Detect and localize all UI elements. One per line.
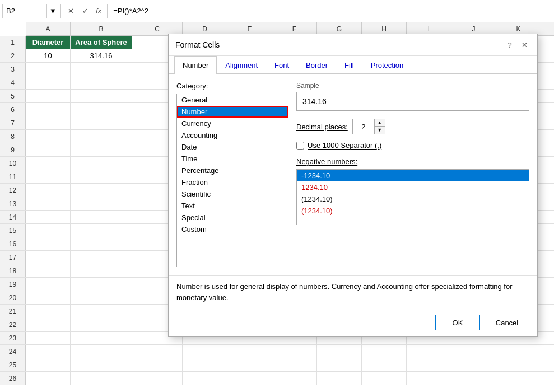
row-number: 11 <box>0 170 26 183</box>
category-item-text[interactable]: Text <box>177 200 288 212</box>
dialog-tabs: Number Alignment Font Border Fill Protec… <box>169 56 537 74</box>
cell-a1[interactable]: Diameter <box>26 36 71 49</box>
cell-a2[interactable]: 10 <box>26 49 71 62</box>
negative-item-3[interactable]: (1234.10) <box>297 193 529 205</box>
category-label: Category: <box>176 82 288 90</box>
description-area: Number is used for general display of nu… <box>169 275 537 309</box>
row-number: 20 <box>0 291 26 304</box>
category-item-date[interactable]: Date <box>177 141 288 153</box>
category-item-number[interactable]: Number <box>177 106 288 118</box>
confirm-formula-icon[interactable]: ✓ <box>79 5 91 17</box>
row-number: 18 <box>0 264 26 277</box>
fx-label: fx <box>96 7 101 15</box>
tab-protection[interactable]: Protection <box>362 56 412 74</box>
row-number: 10 <box>0 157 26 170</box>
decimal-increment[interactable]: ▲ <box>375 119 385 127</box>
fx-button[interactable]: fx <box>94 7 104 15</box>
negative-item-4[interactable]: (1234.10) <box>297 205 529 217</box>
cell-b1[interactable]: Area of Sphere <box>71 36 132 49</box>
decimal-label: Decimal places: <box>296 123 348 131</box>
category-item-currency[interactable]: Currency <box>177 118 288 129</box>
checkbox-row: Use 1000 Separator (,) <box>296 141 529 150</box>
options-panel: Sample 314.16 Decimal places: ▲ ▼ <box>296 82 529 267</box>
category-list[interactable]: General Number Currency Accounting Date … <box>176 94 288 267</box>
decimal-spinners: ▲ ▼ <box>374 119 385 134</box>
row-number: 5 <box>0 90 26 102</box>
row-number: 15 <box>0 224 26 237</box>
spreadsheet: B2 ▼ ✕ ✓ fx A B C D E F G H I J K L <box>0 0 554 392</box>
category-item-scientific[interactable]: Scientific <box>177 188 288 200</box>
negative-numbers-section: Negative numbers: -1234.10 1234.10 (1234… <box>296 157 529 225</box>
negative-numbers-label: Negative numbers: <box>296 157 529 166</box>
tab-font[interactable]: Font <box>266 56 297 74</box>
negative-item-1[interactable]: -1234.10 <box>297 170 529 181</box>
sample-section: Sample 314.16 <box>296 82 529 111</box>
cell-b3[interactable] <box>71 63 132 76</box>
row-number: 14 <box>0 211 26 223</box>
category-item-accounting[interactable]: Accounting <box>177 129 288 141</box>
category-item-special[interactable]: Special <box>177 212 288 223</box>
cancel-formula-icon[interactable]: ✕ <box>64 5 77 17</box>
table-row: 25 <box>0 358 554 372</box>
tab-fill[interactable]: Fill <box>336 56 362 74</box>
thousand-separator-label: Use 1000 Separator (,) <box>308 141 381 150</box>
category-item-percentage[interactable]: Percentage <box>177 165 288 176</box>
row-number: 23 <box>0 332 26 344</box>
category-panel: Category: General Number Currency Accoun… <box>176 82 288 267</box>
row-number: 6 <box>0 103 26 116</box>
negative-numbers-list[interactable]: -1234.10 1234.10 (1234.10) (1234.10) <box>296 169 529 225</box>
cell-name-box[interactable]: B2 <box>2 4 47 18</box>
category-item-general[interactable]: General <box>177 94 288 106</box>
dialog-titlebar: Format Cells ? ✕ <box>169 34 537 56</box>
category-item-fraction[interactable]: Fraction <box>177 176 288 188</box>
row-number: 7 <box>0 116 26 129</box>
row-number: 9 <box>0 143 26 156</box>
ok-button[interactable]: OK <box>435 315 480 330</box>
tab-number[interactable]: Number <box>174 56 217 74</box>
row-number: 16 <box>0 237 26 250</box>
close-button[interactable]: ✕ <box>518 39 530 51</box>
row-number: 13 <box>0 197 26 210</box>
cell-b2[interactable]: 314.16 <box>71 49 132 62</box>
cell-name-dropdown[interactable]: ▼ <box>49 4 57 18</box>
decimal-decrement[interactable]: ▼ <box>375 127 385 134</box>
row-number: 8 <box>0 130 26 143</box>
row-number: 26 <box>0 372 26 385</box>
row-number: 17 <box>0 251 26 264</box>
decimal-input[interactable] <box>353 119 374 134</box>
format-cells-dialog: Format Cells ? ✕ Number Alignment Font B… <box>168 34 538 337</box>
tab-border[interactable]: Border <box>297 56 336 74</box>
negative-item-2[interactable]: 1234.10 <box>297 181 529 193</box>
dialog-controls: ? ✕ <box>504 39 530 51</box>
formula-bar-divider <box>60 4 61 18</box>
thousand-separator-checkbox[interactable] <box>296 142 304 150</box>
category-item-time[interactable]: Time <box>177 153 288 165</box>
row-number: 21 <box>0 305 26 318</box>
row-number: 4 <box>0 76 26 89</box>
col-header-b: B <box>71 22 132 35</box>
table-row: 26 <box>0 372 554 385</box>
dialog-title: Format Cells <box>175 40 220 49</box>
formula-input[interactable] <box>111 4 552 18</box>
tab-alignment[interactable]: Alignment <box>217 56 266 74</box>
row-number: 25 <box>0 358 26 371</box>
row-number: 2 <box>0 49 26 62</box>
table-row: 24 <box>0 345 554 358</box>
row-number: 12 <box>0 184 26 197</box>
fx-divider <box>107 4 108 18</box>
sample-box: 314.16 <box>296 92 529 111</box>
help-button[interactable]: ? <box>504 39 516 51</box>
decimal-input-group: ▲ ▼ <box>352 119 385 134</box>
row-number: 1 <box>0 36 26 49</box>
cell-a3[interactable] <box>26 63 71 76</box>
row-number: 3 <box>0 63 26 76</box>
formula-bar: B2 ▼ ✕ ✓ fx <box>0 0 554 22</box>
col-header-a: A <box>26 22 71 35</box>
sample-label: Sample <box>296 82 529 90</box>
dialog-footer: OK Cancel <box>169 309 537 336</box>
row-number: 24 <box>0 345 26 358</box>
category-item-custom[interactable]: Custom <box>177 223 288 235</box>
cancel-button[interactable]: Cancel <box>485 315 529 330</box>
decimal-row: Decimal places: ▲ ▼ <box>296 119 529 134</box>
col-header-l: L <box>541 22 554 35</box>
